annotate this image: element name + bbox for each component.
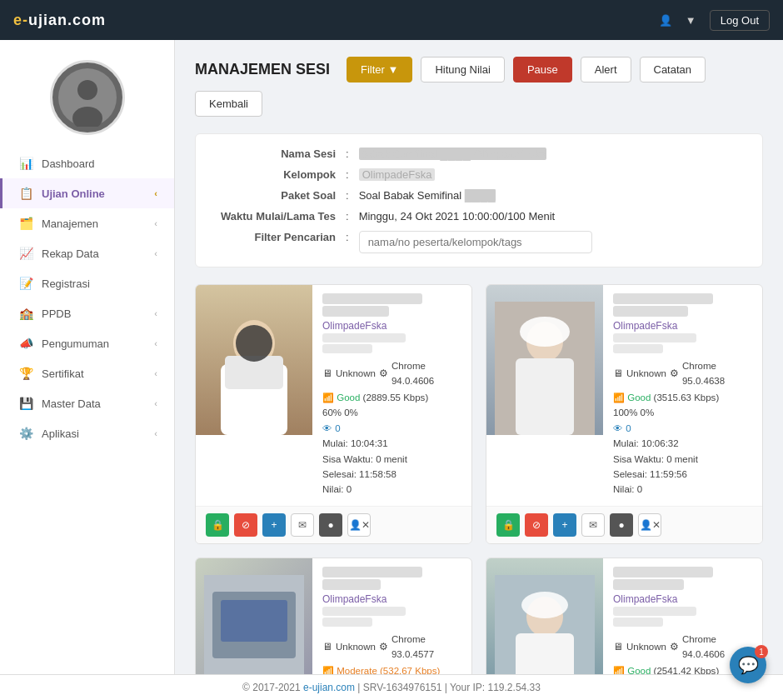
student-card-4: OlimpadeFska 🖥 Unknown ⚙ Chrome 94.0.460… bbox=[486, 558, 763, 674]
signal-icon-2: 📶 bbox=[613, 392, 625, 402]
selesai-2: Selesai: 11:59:56 bbox=[613, 467, 752, 482]
add-btn-2[interactable]: + bbox=[553, 513, 576, 537]
svg-point-1 bbox=[77, 80, 97, 100]
sidebar-item-registrasi[interactable]: 📝Registrasi bbox=[0, 268, 174, 298]
card-photo-3 bbox=[196, 558, 312, 674]
card-detail-3a bbox=[322, 607, 406, 616]
user-icon[interactable]: 👤 bbox=[659, 14, 672, 27]
send-btn-1[interactable]: ✉ bbox=[291, 513, 314, 537]
browser-line-1: 🖥 Unknown ⚙ Chrome 94.0.4606 bbox=[322, 358, 461, 389]
kembali-button[interactable]: Kembali bbox=[195, 91, 262, 117]
sidebar-nav: 📊Dashboard 📋Ujian Online ‹ 🗂️Manajemen ‹… bbox=[0, 148, 174, 448]
sidebar-item-rekap-data[interactable]: 📈Rekap Data ‹ bbox=[0, 238, 174, 268]
lock-btn-1[interactable]: 🔒 bbox=[206, 513, 229, 537]
card-name-blurred-4 bbox=[613, 567, 713, 578]
signal-quality-3: Moderate bbox=[337, 666, 377, 675]
card-detail-2b bbox=[613, 344, 663, 353]
card-body-2: OlimpadeFska 🖥 Unknown ⚙ Chrome 95.0.463… bbox=[486, 285, 762, 506]
ban-btn-2[interactable]: ⊘ bbox=[525, 513, 548, 537]
waktu-value: Minggu, 24 Okt 2021 10:00:00/100 Menit bbox=[359, 210, 556, 222]
card-name-blurred-3 bbox=[322, 567, 422, 578]
svg-point-10 bbox=[520, 317, 570, 347]
browser-text-2: Unknown bbox=[626, 366, 666, 381]
kelompok-label: Kelompok bbox=[212, 168, 346, 181]
card-meta-2: 🖥 Unknown ⚙ Chrome 95.0.4638 📶 Good (351… bbox=[613, 358, 752, 498]
chrome-version-2: Chrome 95.0.4638 bbox=[682, 358, 752, 389]
monitor-icon-3: 🖥 bbox=[322, 639, 332, 655]
chevron-icon: ‹ bbox=[154, 398, 157, 408]
circle-btn-2[interactable]: ● bbox=[610, 513, 633, 537]
hitung-nilai-button[interactable]: Hitung Nilai bbox=[421, 57, 504, 82]
monitor-icon-4: 🖥 bbox=[613, 639, 623, 655]
sidebar-item-dashboard[interactable]: 📊Dashboard bbox=[0, 148, 174, 178]
chat-bubble[interactable]: 💬 1 bbox=[730, 647, 766, 683]
alert-button[interactable]: Alert bbox=[581, 57, 631, 82]
card-body-1: OlimpadeFska 🖥 Unknown ⚙ Chrome 94.0.460… bbox=[196, 285, 471, 506]
chat-icon: 💬 bbox=[738, 655, 759, 675]
signal-quality-2: Good bbox=[627, 392, 651, 402]
signal-line-1: 📶 Good (2889.55 Kbps) bbox=[322, 390, 461, 406]
signal-quality-1: Good bbox=[337, 392, 360, 402]
dropdown-arrow-icon[interactable]: ▼ bbox=[686, 14, 696, 27]
sidebar-item-manajemen[interactable]: 🗂️Manajemen ‹ bbox=[0, 208, 174, 238]
chevron-icon: ‹ bbox=[154, 248, 157, 258]
progress-1: 60% 0% bbox=[322, 405, 461, 420]
monitor-icon: 🖥 bbox=[322, 366, 332, 382]
ban-btn-1[interactable]: ⊘ bbox=[234, 513, 257, 537]
filter-pencarian-label: Filter Pencarian bbox=[212, 231, 346, 243]
footer-site-link[interactable]: e-ujian.com bbox=[303, 682, 355, 693]
sidebar-item-ppdb[interactable]: 🏫PPDB ‹ bbox=[0, 298, 174, 328]
filter-pencarian-input[interactable] bbox=[359, 231, 592, 253]
add-btn-1[interactable]: + bbox=[262, 513, 286, 537]
browser-text-3: Unknown bbox=[336, 639, 376, 654]
chevron-icon: ‹ bbox=[154, 308, 157, 318]
svg-rect-9 bbox=[516, 358, 574, 435]
card-body-3: OlimpadeFska 🖥 Unknown ⚙ Chrome 93.0.457… bbox=[196, 558, 471, 674]
send-btn-2[interactable]: ✉ bbox=[581, 513, 605, 537]
signal-val-2: (3515.63 Kbps) bbox=[654, 392, 720, 402]
lock-btn-2[interactable]: 🔒 bbox=[496, 513, 520, 537]
signal-icon-4: 📶 bbox=[613, 666, 625, 675]
chrome-icon-2: ⚙ bbox=[670, 366, 679, 382]
filter-button[interactable]: Filter ▼ bbox=[347, 57, 412, 82]
svg-rect-13 bbox=[221, 600, 287, 642]
logout-button[interactable]: Log Out bbox=[710, 10, 770, 31]
card-photo-2 bbox=[486, 285, 603, 435]
sisa-waktu-2: Sisa Waktu: 0 menit bbox=[613, 452, 752, 467]
footer: © 2017-2021 e-ujian.com | SRV-1634976151… bbox=[0, 674, 783, 700]
signal-val-4: (2541.42 Kbps) bbox=[654, 666, 720, 675]
info-row-filter: Filter Pencarian : bbox=[212, 231, 746, 253]
footer-copyright: © 2017-2021 bbox=[242, 682, 301, 693]
selesai-1: Selesai: 11:58:58 bbox=[322, 467, 461, 482]
card-meta-3: 🖥 Unknown ⚙ Chrome 93.0.4577 📶 Moderate … bbox=[322, 632, 461, 674]
card-group-3: OlimpadeFska bbox=[322, 593, 461, 605]
progress-2: 100% 0% bbox=[613, 405, 752, 420]
remove-btn-1[interactable]: 👤✕ bbox=[347, 513, 371, 537]
card-body-4: OlimpadeFska 🖥 Unknown ⚙ Chrome 94.0.460… bbox=[486, 558, 762, 674]
card-photo-1 bbox=[196, 285, 312, 435]
mulai-1: Mulai: 10:04:31 bbox=[322, 436, 461, 451]
card-detail-4b bbox=[613, 618, 663, 627]
waktu-label: Waktu Mulai/Lama Tes bbox=[212, 210, 346, 222]
sidebar-item-ujian-online[interactable]: 📋Ujian Online ‹ bbox=[0, 178, 174, 208]
card-name-blurred-1b bbox=[322, 306, 389, 317]
sidebar-item-master-data[interactable]: 💾Master Data ‹ bbox=[0, 388, 174, 418]
browser-line-3: 🖥 Unknown ⚙ Chrome 93.0.4577 bbox=[322, 632, 461, 662]
card-info-1: OlimpadeFska 🖥 Unknown ⚙ Chrome 94.0.460… bbox=[312, 285, 471, 506]
pause-button[interactable]: Pause bbox=[513, 57, 572, 82]
circle-btn-1[interactable]: ● bbox=[319, 513, 342, 537]
remove-btn-2[interactable]: 👤✕ bbox=[638, 513, 661, 537]
sidebar-item-sertifikat[interactable]: 🏆Sertifikat ‹ bbox=[0, 358, 174, 388]
chevron-icon: ‹ bbox=[154, 188, 157, 198]
footer-ip: 119.2.54.33 bbox=[488, 682, 541, 693]
browser-line-2: 🖥 Unknown ⚙ Chrome 95.0.4638 bbox=[613, 358, 752, 389]
footer-server: SRV-1634976151 bbox=[363, 682, 442, 693]
mulai-2: Mulai: 10:06:32 bbox=[613, 436, 752, 451]
sidebar-item-aplikasi[interactable]: ⚙️Aplikasi ‹ bbox=[0, 418, 174, 448]
main-content: MANAJEMEN SESI Filter ▼ Hitung Nilai Pau… bbox=[175, 40, 783, 674]
catatan-button[interactable]: Catatan bbox=[640, 57, 706, 82]
card-name-blurred-3b bbox=[322, 579, 381, 590]
signal-icon-3: 📶 bbox=[322, 666, 334, 675]
signal-quality-4: Good bbox=[627, 666, 651, 675]
sidebar-item-pengumuman[interactable]: 📣Pengumuman ‹ bbox=[0, 328, 174, 358]
